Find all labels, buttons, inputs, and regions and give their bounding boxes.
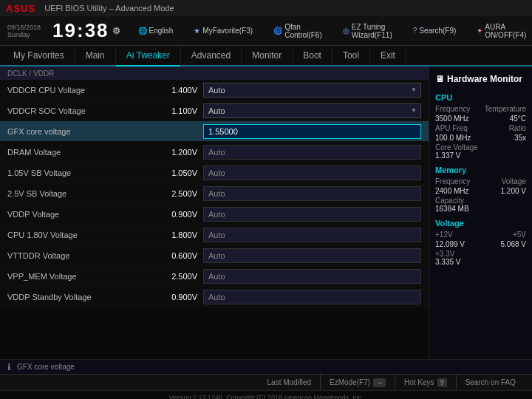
row-auto-text: Auto [203, 248, 421, 263]
copyright-text: Version 2.17.1246. Copyright (C) 2018 Am… [168, 394, 363, 400]
row-auto-text: Auto [203, 207, 421, 222]
voltage-row[interactable]: DRAM Voltage1.200VAuto [0, 142, 429, 163]
language-menu[interactable]: 🌐 English [134, 25, 178, 36]
row-value: 1.400V [155, 86, 203, 95]
language-label: English [149, 27, 174, 35]
select-wrapper: Auto▼ [203, 103, 421, 118]
cpu-freq-val-row: 3500 MHz 45°C [435, 115, 526, 123]
apu-row-values: 100.0 MHz 35x [435, 134, 526, 142]
datetime-bar: 09/16/2018 Sunday 19:38 ⚙ 🌐 English ★ My… [0, 16, 532, 46]
aura-label: AURA ON/OFF(F4) [485, 23, 526, 39]
ratio-value: 35x [514, 134, 526, 142]
hotkeys-key: ? [437, 378, 447, 387]
tab-monitor[interactable]: Monitor [242, 46, 293, 65]
p5v-label: +5V [513, 231, 526, 239]
left-content: DCLK / VDDR VDDCR CPU Voltage1.400VAuto▼… [0, 66, 429, 359]
settings-icon[interactable]: ⚙ [112, 26, 122, 36]
copyright-bar: Version 2.17.1246. Copyright (C) 2018 Am… [0, 390, 532, 399]
mem-freq-row-values: 2400 MHz 1.200 V [435, 187, 526, 195]
day: Sunday [7, 31, 41, 38]
hotkeys-label: Hot Keys [404, 378, 434, 386]
row-label: VDDP Standby Voltage [7, 293, 155, 301]
mem-freq-value: 2400 MHz [435, 187, 469, 195]
mem-capacity-value: 16384 MB [435, 205, 526, 213]
voltage-row[interactable]: VDDP Voltage0.900VAuto [0, 204, 429, 225]
mem-capacity-label: Capacity [435, 197, 526, 205]
p33v-label: +3.3V [435, 250, 526, 258]
voltage-select[interactable]: Auto [203, 83, 421, 98]
mem-freq-label: Frequency [435, 177, 470, 185]
qfan-icon: 🌀 [273, 27, 282, 35]
tab-favorites[interactable]: My Favorites [3, 46, 75, 65]
row-label: VTTDDR Voltage [7, 251, 155, 260]
main-area: DCLK / VDDR VDDCR CPU Voltage1.400VAuto▼… [0, 66, 532, 359]
row-label: CPU 1.80V Voltage [7, 231, 155, 239]
search-icon: ? [413, 27, 417, 35]
row-label: VDDCR CPU Voltage [7, 86, 155, 95]
voltage-section-title: Voltage [435, 219, 526, 228]
voltage-row[interactable]: VDDP Standby Voltage0.900VAuto [0, 287, 429, 307]
apu-freq-label: APU Freq [435, 124, 468, 132]
cpu-freq-label: Frequency [435, 105, 470, 113]
tab-tool[interactable]: Tool [332, 46, 370, 65]
date: 09/16/2018 [7, 24, 41, 31]
voltage-row[interactable]: 2.5V SB Voltage2.500VAuto [0, 183, 429, 204]
search-menu[interactable]: ? Search(F9) [409, 25, 461, 36]
voltage-row[interactable]: CPU 1.80V Voltage1.800VAuto [0, 225, 429, 245]
tab-boot[interactable]: Boot [293, 46, 332, 65]
core-voltage-label: Core Voltage [435, 143, 526, 151]
row-auto-text: Auto [203, 269, 421, 284]
mem-voltage-label: Voltage [502, 177, 526, 185]
bottom-info: ℹ GFX core voltage [0, 359, 532, 374]
row-label: VPP_MEM Voltage [7, 272, 155, 281]
ezmode-label: EzMode(F7) [330, 378, 370, 386]
myfavorites-label: MyFavorite(F3) [202, 27, 253, 35]
tab-main[interactable]: Main [75, 46, 116, 65]
voltage-select[interactable]: Auto [203, 103, 421, 118]
row-value: 1.800V [155, 231, 203, 239]
tab-exit[interactable]: Exit [370, 46, 406, 65]
mem-freq-row-labels: Frequency Voltage [435, 177, 526, 185]
top-bar: ASUS UEFI BIOS Utility – Advanced Mode [0, 0, 532, 16]
voltage-row[interactable]: VTTDDR Voltage0.600VAuto [0, 245, 429, 266]
voltage-row[interactable]: 1.05V SB Voltage1.050VAuto [0, 163, 429, 183]
apu-row-labels: APU Freq Ratio [435, 124, 526, 132]
nav-tabs: My Favorites Main Ai Tweaker Advanced Mo… [0, 46, 532, 66]
tab-aitweaker[interactable]: Ai Tweaker [116, 46, 181, 66]
row-value: 0.900V [155, 293, 203, 301]
cpu-freq-value: 3500 MHz [435, 115, 469, 123]
row-auto-text: Auto [203, 166, 421, 180]
search-label: Search(F9) [419, 27, 456, 35]
row-value: 1.100V [155, 106, 203, 115]
footer-hotkeys[interactable]: Hot Keys ? [395, 375, 457, 390]
aura-icon: ✦ [477, 27, 482, 35]
myfavorites-menu[interactable]: ★ MyFavorite(F3) [189, 25, 257, 36]
voltage-row[interactable]: GFX core voltage [0, 121, 429, 142]
monitor-icon: 🖥 [435, 74, 444, 84]
row-value: 0.600V [155, 251, 203, 260]
row-label: VDDCR SOC Voltage [7, 106, 155, 115]
eztuning-menu[interactable]: ◎ EZ Tuning Wizard(F11) [338, 21, 397, 41]
cpu-temp-label: Temperature [485, 105, 526, 113]
p33v-value: 3.335 V [435, 258, 526, 266]
voltage-row[interactable]: VPP_MEM Voltage2.500VAuto [0, 266, 429, 287]
qfan-menu[interactable]: 🌀 Qfan Control(F6) [269, 21, 327, 41]
row-value: 2.500V [155, 189, 203, 198]
voltage-row[interactable]: VDDCR SOC Voltage1.100VAuto▼ [0, 100, 429, 121]
voltage-input[interactable] [203, 124, 421, 139]
cpu-section-title: CPU [435, 93, 526, 102]
core-voltage-value: 1.337 V [435, 151, 526, 160]
tab-advanced[interactable]: Advanced [181, 46, 242, 65]
cpu-freq-row: Frequency Temperature [435, 105, 526, 113]
row-auto-text: Auto [203, 145, 421, 160]
aura-menu[interactable]: ✦ AURA ON/OFF(F4) [472, 21, 531, 41]
footer-ezmode[interactable]: EzMode(F7) → [321, 375, 395, 390]
info-text: GFX core voltage [17, 363, 75, 371]
select-wrapper: Auto▼ [203, 83, 421, 98]
footer: Last Modified EzMode(F7) → Hot Keys ? Se… [0, 374, 532, 390]
row-value: 1.050V [155, 168, 203, 177]
footer-search-faq[interactable]: Search on FAQ [457, 375, 525, 390]
memory-section-title: Memory [435, 166, 526, 174]
favorites-icon: ★ [194, 27, 200, 35]
voltage-row[interactable]: VDDCR CPU Voltage1.400VAuto▼ [0, 80, 429, 100]
